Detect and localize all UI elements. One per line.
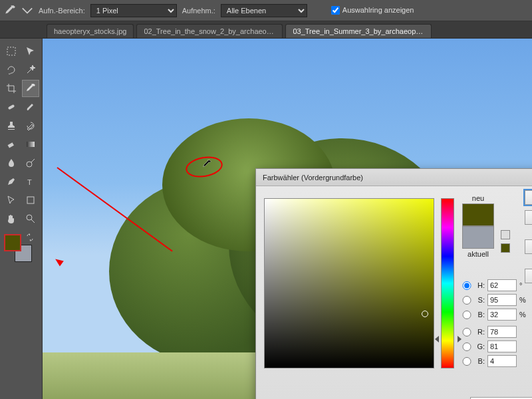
tool-wand[interactable] [22, 61, 40, 78]
tool-stamp[interactable] [3, 117, 21, 134]
options-bar: Aufn.-Bereich: 1 Pixel Aufnehm.: Alle Eb… [0, 0, 532, 21]
label-bb: B: [474, 357, 485, 365]
workspace: T Farbwähler (Vordergrundfarbe) [0, 39, 532, 399]
tool-dodge[interactable] [22, 154, 40, 172]
tool-path-select[interactable] [3, 192, 21, 209]
radio-bb[interactable] [462, 357, 471, 366]
tool-hand[interactable] [3, 210, 21, 227]
label-g: G: [474, 342, 485, 350]
tab-doc-1[interactable]: haeopteryx_stocks.jpg [47, 24, 134, 38]
cancel-button[interactable]: Ab [525, 210, 532, 225]
hue-slider[interactable] [441, 198, 454, 368]
show-ring-checkbox[interactable] [331, 6, 340, 15]
svg-rect-1 [8, 104, 15, 110]
tab-doc-2[interactable]: 02_Tree_in_the_snow_2_by_archaeopteryx_s… [136, 24, 283, 38]
websafe-swatch[interactable] [501, 243, 510, 253]
tool-type[interactable]: T [22, 173, 40, 190]
input-bb[interactable] [487, 355, 517, 367]
tool-shape[interactable] [22, 192, 40, 209]
label-r: R: [474, 328, 485, 336]
sv-marker[interactable] [422, 311, 428, 317]
tool-marquee[interactable] [3, 43, 21, 60]
color-swatches [3, 233, 39, 269]
input-r[interactable] [487, 326, 517, 338]
tab-doc-3[interactable]: 03_Tree_in_Summer_3_by_archaeopteryx_sto… [285, 24, 432, 38]
svg-point-4 [27, 162, 32, 167]
sample-layers-select[interactable]: Alle Ebenen [221, 4, 307, 17]
tool-blur[interactable] [3, 154, 21, 172]
canvas[interactable]: Farbwähler (Vordergrundfarbe) neu aktuel… [43, 39, 532, 399]
eyedropper-cursor-icon [202, 160, 211, 169]
current-color-swatch[interactable] [462, 226, 494, 249]
ok-button[interactable] [525, 190, 532, 205]
add-swatch-button[interactable]: Zu Farbfel [525, 239, 532, 254]
sample-layers-label: Aufnehm.: [182, 7, 215, 15]
svg-rect-6 [27, 197, 34, 203]
document-tabs: haeopteryx_stocks.jpg 02_Tree_in_the_sno… [0, 21, 532, 39]
tool-lasso[interactable] [3, 61, 21, 78]
dialog-titlebar[interactable]: Farbwähler (Vordergrundfarbe) [256, 169, 532, 186]
dialog-title: Farbwähler (Vordergrundfarbe) [263, 174, 363, 182]
swap-colors-icon[interactable] [27, 233, 35, 241]
tool-healing[interactable] [3, 98, 21, 116]
new-color-swatch [462, 203, 494, 226]
radio-r[interactable] [462, 328, 471, 336]
svg-point-7 [27, 215, 32, 220]
tool-move[interactable] [22, 43, 40, 60]
input-g[interactable] [487, 340, 517, 352]
radio-s[interactable] [462, 296, 471, 305]
dropdown-caret-icon[interactable] [21, 5, 33, 17]
radio-g[interactable] [462, 342, 471, 351]
tool-gradient[interactable] [22, 136, 40, 153]
label-s: S: [474, 296, 485, 304]
label-h: H: [474, 281, 485, 289]
svg-rect-0 [7, 47, 15, 55]
color-preview: neu aktuell [462, 193, 494, 259]
label-current: aktuell [462, 249, 494, 259]
hue-pointer[interactable] [438, 336, 459, 342]
tool-history-brush[interactable] [22, 117, 40, 134]
color-fields: H:° S:% B:% R: G: B: [462, 279, 530, 367]
eyedropper-icon [4, 5, 16, 17]
cube-icon[interactable] [501, 230, 510, 239]
tool-pen[interactable] [3, 173, 21, 190]
saturation-value-field[interactable] [264, 198, 434, 368]
tool-eraser[interactable] [3, 136, 21, 153]
input-h[interactable] [487, 279, 517, 291]
tool-eyedropper[interactable] [22, 80, 40, 97]
sample-size-select[interactable]: 1 Pixel [90, 4, 177, 17]
show-ring-checkbox-label[interactable]: Auswahlring anzeigen [331, 6, 414, 15]
input-s[interactable] [487, 294, 517, 306]
label-bv: B: [474, 311, 485, 319]
tool-crop[interactable] [3, 80, 21, 97]
tool-zoom[interactable] [22, 210, 40, 227]
svg-rect-2 [8, 142, 14, 148]
svg-rect-3 [27, 142, 35, 147]
radio-h[interactable] [462, 281, 471, 290]
svg-text:T: T [27, 178, 32, 186]
sample-size-label: Aufn.-Bereich: [39, 7, 85, 15]
toolbox: T [0, 39, 43, 399]
color-picker-dialog: Farbwähler (Vordergrundfarbe) neu aktuel… [255, 168, 532, 399]
input-bv[interactable] [487, 309, 517, 321]
foreground-swatch[interactable] [4, 234, 21, 251]
label-new: neu [462, 193, 494, 203]
radio-bv[interactable] [462, 311, 471, 319]
tool-brush[interactable] [22, 98, 40, 116]
